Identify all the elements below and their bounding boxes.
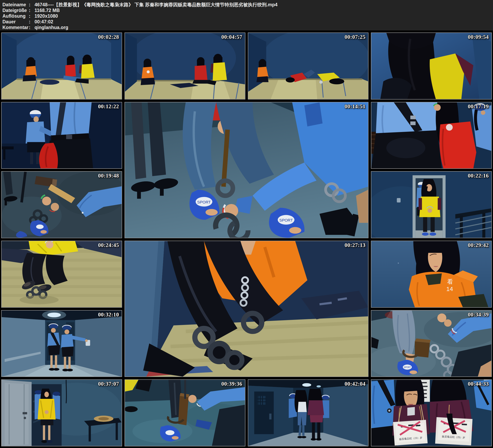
field-label: Kommentar [2,24,29,30]
thumbnail-image [371,33,491,99]
file-info-row: Auflösung : 1920x1080 [2,13,493,19]
frame-timestamp: 00:27:13 [345,242,365,248]
file-info-row: Dateiname : 46748----【胜景影视】《毒网挽歌之毒枭末路》 下… [2,2,493,8]
file-info-header: Dateiname : 46748----【胜景影视】《毒网挽歌之毒枭末路》 下… [0,0,493,31]
slipper-logo-text: SPORT [404,366,411,368]
file-info-row: Kommentar : qinglanhua.org [2,24,493,30]
video-frame-thumbnail: 00:19:48 [1,171,122,238]
vest-character-text: 看 [447,279,453,285]
thumbnail-image: 贩卖毒品犯（23）岁 贩卖毒品犯（25）岁 [371,380,491,446]
frame-timestamp: 00:32:10 [98,312,119,318]
frame-timestamp: 00:19:48 [98,173,119,179]
vest-number-text: 14 [446,286,453,292]
video-frame-thumbnail: 00:24:45 [1,241,122,308]
video-frame-thumbnail: 00:04:57 [124,33,245,100]
frame-timestamp: 00:37:07 [98,381,119,387]
thumbnail-image [2,33,122,99]
duration-value: 00:47:02 [34,19,493,24]
frame-timestamp: 00:09:54 [468,34,489,40]
resolution-value: 1920x1080 [34,13,493,19]
video-frame-thumbnail: 00:02:28 [1,33,122,100]
video-frame-thumbnail: 00:07:25 [248,33,369,100]
frame-timestamp: 00:04:57 [221,34,242,40]
field-label: Dateigröße [2,8,29,13]
field-label: Dateiname [2,2,29,8]
video-frame-thumbnail: 00:17:19 [371,102,492,169]
filename-value: 46748----【胜景影视】《毒网挽歌之毒枭末路》 下集 苏秦和李婉蓉因贩卖毒… [34,2,493,8]
video-frame-thumbnail: 00:22:16 [371,171,492,238]
field-separator: : [29,24,34,30]
field-separator: : [29,13,34,19]
video-frame-thumbnail: 00:42:04 [248,379,369,446]
thumbnail-image [2,311,122,377]
thumbnail-image [248,380,368,446]
frame-timestamp: 00:24:45 [98,242,119,248]
thumbnail-grid: 00:02:28 00:04:57 [0,31,493,448]
thumbnail-image [371,172,491,238]
thumbnail-image [125,380,245,446]
thumbnail-image [125,241,368,377]
frame-timestamp: 00:07:25 [345,34,365,40]
file-info-row: Dateigröße : 1168.72 MB [2,8,493,13]
thumbnail-image [2,172,122,238]
filesize-value: 1168.72 MB [34,8,493,13]
video-frame-thumbnail: 00:37:07 [1,379,122,446]
slipper-logo-text: SPORT [279,218,293,222]
frame-timestamp: 00:22:16 [468,173,489,179]
field-label: Auflösung [2,13,29,19]
video-frame-thumbnail: 看 14 00:29:42 [371,241,492,308]
frame-timestamp: 00:39:36 [221,381,242,387]
slipper-logo-text: SPORT [197,200,211,204]
video-frame-thumbnail: SPORT SPORT 00:14:51 [124,102,369,238]
video-frame-thumbnail: 00:39:36 [124,379,245,446]
field-separator: : [29,8,34,13]
field-separator: : [29,2,34,8]
thumbnail-image: SPORT SPORT [125,102,368,238]
frame-timestamp: 00:42:04 [345,381,365,387]
thumbnail-image [2,102,122,168]
frame-timestamp: 00:29:42 [468,242,489,248]
video-frame-thumbnail: 00:09:54 [371,33,492,100]
video-frame-thumbnail: 贩卖毒品犯（23）岁 贩卖毒品犯（25）岁 00:44:33 [371,379,492,446]
video-frame-thumbnail: 00:12:22 [1,102,122,169]
frame-timestamp: 00:12:22 [98,103,119,110]
thumbnail-image: SPORT [371,311,491,377]
frame-timestamp: 00:44:33 [468,381,489,387]
video-frame-thumbnail: 00:32:10 [1,310,122,377]
thumbnail-image [371,102,491,168]
field-label: Dauer [2,19,29,24]
video-frame-thumbnail: SPORT 00:34:39 [371,310,492,377]
file-info-row: Dauer : 00:47:02 [2,19,493,24]
frame-timestamp: 00:14:51 [345,103,365,110]
frame-timestamp: 00:02:28 [98,34,119,40]
thumbnail-image: 看 14 [371,241,491,307]
frame-timestamp: 00:17:19 [468,103,489,110]
video-frame-thumbnail: 00:27:13 [124,241,369,377]
thumbnail-image [248,33,368,99]
thumbnail-image [2,241,122,307]
frame-timestamp: 00:34:39 [468,312,489,318]
comment-value: qinglanhua.org [34,24,493,30]
thumbnail-image [2,380,122,446]
field-separator: : [29,19,34,24]
thumbnail-image [125,33,245,99]
